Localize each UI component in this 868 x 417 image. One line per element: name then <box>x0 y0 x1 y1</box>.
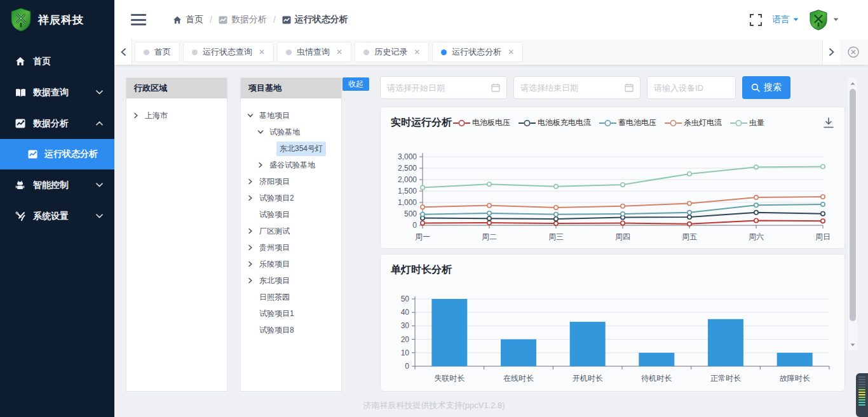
legend-item[interactable]: 电池板充电电流 <box>519 117 591 128</box>
close-icon[interactable]: ✕ <box>259 48 265 56</box>
sidebar-item-system-settings[interactable]: 系统设置 <box>0 201 114 232</box>
scroll-down-icon[interactable] <box>848 340 857 349</box>
breadcrumb-item-data-analysis[interactable]: 数据分析 <box>219 14 267 25</box>
legend-item[interactable]: 蓄电池电压 <box>599 117 656 128</box>
svg-text:3,000: 3,000 <box>398 152 417 161</box>
chevron-down-icon <box>96 183 103 187</box>
tree-item-label[interactable]: 试验项目8 <box>256 323 297 338</box>
tree-item[interactable]: 试验项目 <box>247 206 337 223</box>
start-date-field[interactable] <box>380 76 507 99</box>
tree-item[interactable]: 乐陵项目 <box>247 256 337 272</box>
svg-text:周三: 周三 <box>548 232 564 241</box>
tab-home[interactable]: 首页 <box>135 42 180 62</box>
breadcrumb-separator: / <box>273 15 276 25</box>
tree-item-label[interactable]: 贵州项目 <box>256 241 293 255</box>
legend-item[interactable]: 杀虫灯电流 <box>665 117 722 128</box>
user-menu[interactable] <box>809 10 839 30</box>
legend-item[interactable]: 虫量 <box>730 117 764 128</box>
tree-item-label[interactable]: 济阳项目 <box>256 175 293 189</box>
line-chart[interactable]: 05001,0001,5002,0002,5003,000周一周二周三周四周五周… <box>386 136 841 244</box>
close-all-tabs-button[interactable] <box>843 39 864 65</box>
sidebar-item-data-query[interactable]: 数据查询 <box>0 77 114 108</box>
chevron-right-icon[interactable] <box>257 162 266 168</box>
collapse-panels-button[interactable]: 收起 <box>342 77 369 91</box>
tabs-scroll-right[interactable] <box>822 39 840 65</box>
floating-widget[interactable] <box>856 373 868 417</box>
sidebar-item-smart-control[interactable]: 智能控制 <box>0 169 114 201</box>
svg-text:正常时长: 正常时长 <box>710 374 741 383</box>
sidebar-item-label: 首页 <box>33 56 51 67</box>
chevron-down-icon[interactable] <box>257 129 266 135</box>
home-icon <box>15 56 26 66</box>
close-icon[interactable]: ✕ <box>414 48 420 56</box>
tree-item-label[interactable]: 试验项目2 <box>256 191 297 206</box>
tree-item-label[interactable]: 试验项目1 <box>256 307 297 321</box>
tree-item-label[interactable]: 上海市 <box>142 109 171 123</box>
tabs-scroll-left[interactable] <box>114 39 132 65</box>
tree-item-label[interactable]: 盛谷试验基地 <box>266 158 318 173</box>
language-selector[interactable]: 语言 <box>772 14 799 25</box>
tree-item[interactable]: 济阳项目 <box>247 173 337 190</box>
chevron-right-icon[interactable] <box>247 178 256 185</box>
tree-item-label[interactable]: 东北项目 <box>256 274 293 288</box>
tree-item[interactable]: 上海市 <box>133 107 223 124</box>
svg-text:失联时长: 失联时长 <box>434 374 465 383</box>
tree-item-label[interactable]: 日照茶园 <box>256 290 293 305</box>
brand[interactable]: 祥辰科技 <box>0 0 114 39</box>
tree-item[interactable]: 试验基地 <box>247 124 337 140</box>
tree-item-label[interactable]: 乐陵项目 <box>256 257 293 272</box>
end-date-input[interactable] <box>520 83 625 93</box>
tree-item-label[interactable]: 试验项目 <box>256 208 293 222</box>
tab-run-status-query[interactable]: 运行状态查询 ✕ <box>183 42 274 62</box>
breadcrumb-item-home[interactable]: 首页 <box>173 14 203 25</box>
chevron-down-icon[interactable] <box>247 112 256 119</box>
close-icon[interactable]: ✕ <box>508 48 514 56</box>
chart-icon <box>282 16 291 24</box>
tab-pest-query[interactable]: 虫情查询 ✕ <box>277 42 351 62</box>
svg-text:周四: 周四 <box>615 232 630 241</box>
book-icon <box>15 88 26 97</box>
end-date-field[interactable] <box>513 76 641 99</box>
menu-toggle-icon[interactable] <box>131 13 146 26</box>
tree-item[interactable]: 贵州项目 <box>247 239 337 256</box>
bar-chart[interactable]: 01020304050失联时长在线时长开机时长待机时长正常时长故障时长 <box>386 285 841 387</box>
calendar-icon <box>625 83 634 92</box>
chevron-right-icon[interactable] <box>247 261 256 267</box>
tree-item-label[interactable]: 东北354号灯 <box>276 142 326 156</box>
tree-item[interactable]: 东北项目 <box>247 272 337 289</box>
tree-item[interactable]: 日照茶园 <box>247 289 337 305</box>
fullscreen-icon[interactable] <box>750 14 762 26</box>
chevron-right-icon[interactable] <box>133 112 142 119</box>
tree-item[interactable]: 厂区测试 <box>247 223 337 239</box>
search-button[interactable]: 搜索 <box>742 76 790 99</box>
sidebar-item-data-analysis[interactable]: 数据分析 <box>0 108 114 139</box>
tab-history[interactable]: 历史记录 ✕ <box>355 42 429 62</box>
close-icon[interactable]: ✕ <box>336 48 342 56</box>
scrollbar-thumb[interactable] <box>850 89 856 321</box>
tree-item[interactable]: 基地项目 <box>247 107 337 124</box>
tab-run-status-analysis[interactable]: 运行状态分析 ✕ <box>432 42 523 62</box>
tree-item[interactable]: 东北354号灯 <box>247 140 337 157</box>
tree-item-label[interactable]: 试验基地 <box>266 125 303 140</box>
chevron-right-icon[interactable] <box>247 195 256 201</box>
legend-marker-icon <box>453 119 470 127</box>
chevron-right-icon[interactable] <box>247 244 256 251</box>
tree-item[interactable]: 试验项目1 <box>247 305 337 322</box>
tree-item[interactable]: 试验项目8 <box>247 322 337 338</box>
vertical-scrollbar[interactable] <box>848 77 857 350</box>
scroll-up-icon[interactable] <box>848 79 857 88</box>
legend-item[interactable]: 电池板电压 <box>453 117 510 128</box>
device-id-field[interactable] <box>647 76 736 99</box>
tree-item[interactable]: 试验项目2 <box>247 190 337 206</box>
tree-item-label[interactable]: 厂区测试 <box>256 224 293 239</box>
tree-item[interactable]: 盛谷试验基地 <box>247 157 337 173</box>
chevron-right-icon[interactable] <box>247 277 256 284</box>
chevron-right-icon[interactable] <box>247 228 256 234</box>
tree-item-label[interactable]: 基地项目 <box>256 109 293 123</box>
device-id-input[interactable] <box>654 83 729 93</box>
download-icon[interactable] <box>823 117 834 128</box>
start-date-input[interactable] <box>387 83 491 93</box>
brand-logo-shield-icon <box>10 8 32 32</box>
sidebar-item-run-status-analysis[interactable]: 运行状态分析 <box>0 139 114 169</box>
sidebar-item-home[interactable]: 首页 <box>0 46 114 77</box>
